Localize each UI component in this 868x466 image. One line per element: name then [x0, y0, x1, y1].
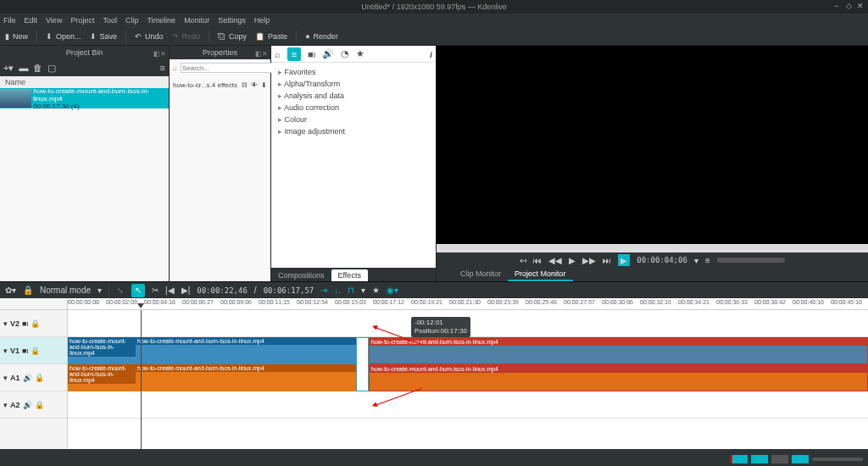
render-button[interactable]: ●Render — [305, 32, 338, 41]
category-audio[interactable]: Audio correction — [275, 102, 432, 114]
skip-end-icon[interactable]: ▶| — [181, 286, 191, 295]
tag-icon[interactable]: ▢ — [47, 63, 56, 74]
lock-icon[interactable]: 🔒 — [31, 347, 40, 355]
more-icon[interactable]: ▾ — [694, 256, 698, 265]
new-button[interactable]: ▮New — [5, 32, 28, 41]
menu-tool[interactable]: Tool — [103, 16, 117, 25]
category-image[interactable]: Image adjustment — [275, 125, 432, 137]
eye-icon[interactable]: 👁 — [251, 81, 258, 89]
playhead[interactable] — [141, 310, 142, 449]
audio-icon[interactable]: 🔊 — [322, 48, 334, 59]
stepfwd-icon[interactable]: ▶▶ — [582, 256, 596, 265]
info-icon[interactable]: i — [430, 49, 432, 59]
save-effect-icon[interactable]: ⬇ — [261, 81, 267, 89]
tracks[interactable]: how-to-create-mount-and-burn-isos-in-lin… — [68, 310, 868, 449]
monitor-timecode[interactable]: 00:00:04;06 — [637, 256, 687, 264]
ruler-ticks[interactable]: 00:00:00:00 00:00:02:09 00:00:04:18 00:0… — [68, 298, 868, 309]
menu-clip[interactable]: Clip — [125, 16, 139, 25]
favorite-icon[interactable]: ★ — [356, 48, 364, 59]
redo-button[interactable]: ↷Redo — [172, 32, 201, 41]
menu-timeline[interactable]: Timeline — [147, 16, 175, 25]
clip-v1-b[interactable]: how-to-create-mount-and-burn-isos-in-lin… — [136, 337, 356, 364]
lock-icon[interactable]: 🔒 — [35, 401, 44, 409]
razor-icon[interactable]: ⟍ — [116, 286, 125, 295]
stepback-icon[interactable]: ◀◀ — [548, 256, 562, 265]
forward-icon[interactable]: ⏭ — [603, 256, 611, 265]
lock-icon[interactable]: 🔒 — [35, 374, 44, 382]
custom-icon[interactable]: ◔ — [341, 48, 349, 59]
settings-icon[interactable]: ✿▾ — [5, 286, 16, 295]
close-panel-icon[interactable]: ✕ — [262, 50, 267, 55]
bin-clip-row[interactable]: how-to-create-mount-and-burn-isos-in-lin… — [0, 88, 169, 108]
maximize-icon[interactable]: ◇ — [844, 2, 853, 10]
play-icon[interactable]: ▶ — [569, 256, 576, 265]
search-input[interactable] — [181, 63, 273, 73]
spacer-icon[interactable]: ✂ — [152, 286, 159, 295]
props-header[interactable]: Properties◧✕ — [170, 46, 270, 59]
menu-monitor[interactable]: Monitor — [184, 16, 209, 25]
lock-icon[interactable]: 🔒 — [31, 319, 40, 328]
zoom-slider[interactable] — [717, 258, 785, 263]
track-a2-head[interactable]: ▾A2🔊🔒 — [0, 391, 67, 419]
status-indicator[interactable] — [771, 455, 788, 463]
status-indicator[interactable] — [731, 455, 748, 463]
track-v1-head[interactable]: ▾V1■ι🔒 — [0, 337, 67, 364]
clip-v1-c[interactable]: how-to-create-mount-and-burn-isos-in-lin… — [369, 337, 868, 364]
undock-icon[interactable]: ◧ — [255, 50, 260, 55]
paste-button[interactable]: 📋Paste — [255, 32, 287, 41]
playzone-icon[interactable]: ▶ — [618, 254, 630, 266]
timeline-gap[interactable] — [356, 337, 369, 391]
mute-icon[interactable]: ■ι — [22, 347, 28, 355]
menu-project[interactable]: Project — [70, 16, 94, 25]
timeline-ruler[interactable]: 00:00:00:00 00:00:02:09 00:00:04:18 00:0… — [0, 298, 868, 310]
overwrite-icon[interactable]: ⇥ — [320, 286, 327, 295]
search-icon[interactable]: ⌕ — [275, 49, 281, 59]
menu-help[interactable]: Help — [254, 16, 270, 25]
mute-icon[interactable]: ■ι — [22, 319, 28, 328]
insert-icon[interactable]: ↓. — [334, 286, 341, 295]
search-icon[interactable]: ⌕ — [173, 64, 177, 72]
zoom-slider[interactable] — [812, 458, 863, 461]
extract-icon[interactable]: ▾ — [361, 286, 365, 295]
undock-icon[interactable]: ◧ — [153, 50, 159, 55]
tab-effects[interactable]: Effects — [331, 269, 368, 281]
monitor-screen[interactable] — [437, 46, 868, 244]
lock-icon[interactable]: 🔒 — [23, 286, 33, 295]
select-tool-icon[interactable]: ↖ — [131, 284, 145, 297]
tab-project-monitor[interactable]: Project Monitor — [508, 268, 573, 281]
tab-clip-monitor[interactable]: Clip Monitor — [453, 268, 508, 281]
delete-icon[interactable]: 🗑 — [33, 63, 42, 73]
list-view-icon[interactable]: ≡ — [287, 47, 301, 61]
mode-select[interactable]: Normal mode — [40, 286, 91, 295]
clip-a1-c[interactable]: how-to-create-mount-and-burn-isos-in-lin… — [369, 364, 868, 391]
clip-v1-a[interactable]: how-to-create-mount-and-burn-isos-in-lin… — [68, 337, 136, 364]
preview-icon[interactable]: ◉▾ — [387, 286, 398, 295]
mute-icon[interactable]: 🔊 — [23, 401, 32, 409]
track-a2[interactable] — [68, 391, 868, 419]
menu-view[interactable]: View — [46, 16, 62, 25]
track-a1[interactable]: how-to-create-mount-and-burn-isos-in-lin… — [68, 364, 868, 391]
mute-icon[interactable]: 🔊 — [23, 374, 32, 382]
copy-button[interactable]: ⿻Copy — [218, 32, 247, 41]
zone-start-icon[interactable]: ↤ — [520, 256, 526, 265]
undo-button[interactable]: ↶Undo — [135, 32, 164, 41]
skip-start-icon[interactable]: |◀ — [165, 286, 175, 295]
favorite-icon[interactable]: ★ — [372, 286, 380, 295]
add-clip-icon[interactable]: +▾ — [3, 63, 14, 74]
status-indicator[interactable] — [792, 455, 809, 463]
track-a1-head[interactable]: ▾A1🔊🔒 — [0, 364, 67, 391]
status-indicator[interactable] — [751, 455, 768, 463]
category-alpha[interactable]: Alpha/Transform — [275, 78, 432, 90]
open-button[interactable]: ⬇Open... — [46, 32, 81, 41]
split-icon[interactable]: ⊟ — [242, 81, 248, 89]
category-favorites[interactable]: Favorites — [275, 66, 432, 78]
clip-a1-b[interactable]: how-to-create-mount-and-burn-isos-in-lin… — [136, 364, 356, 391]
bin-header[interactable]: Project Bin◧✕ — [0, 46, 169, 59]
category-colour[interactable]: Colour — [275, 114, 432, 125]
menu-icon[interactable]: ≡ — [705, 256, 710, 265]
track-v2-head[interactable]: ▾V2■ι🔒 — [0, 310, 67, 337]
clip-a1-a[interactable]: how-to-create-mount-and-burn-isos-in-lin… — [68, 364, 136, 391]
category-analysis[interactable]: Analysis and data — [275, 90, 432, 102]
close-icon[interactable]: ✕ — [856, 2, 865, 10]
minimize-icon[interactable]: − — [832, 2, 841, 10]
